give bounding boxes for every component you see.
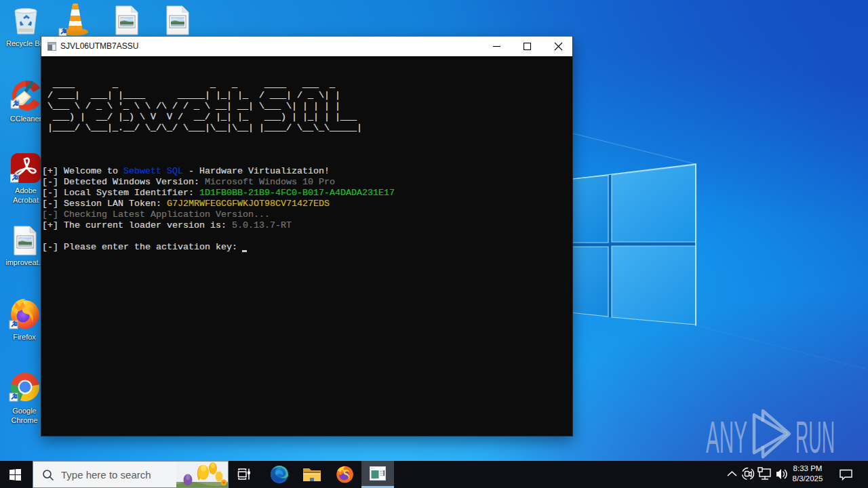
svg-text:RUN: RUN xyxy=(795,412,835,461)
svg-text:ANY: ANY xyxy=(706,412,747,461)
